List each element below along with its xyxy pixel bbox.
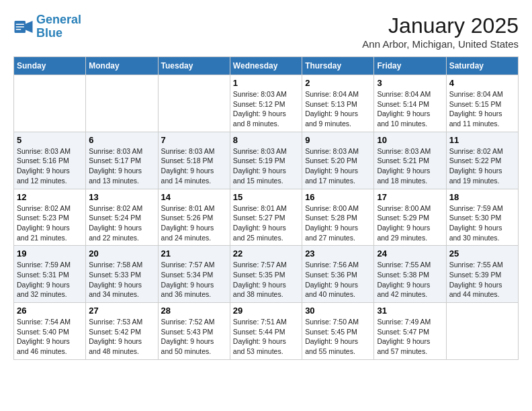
calendar-cell: 5Sunrise: 8:03 AM Sunset: 5:16 PM Daylig… — [14, 132, 86, 189]
day-info: Sunrise: 8:03 AM Sunset: 5:21 PM Dayligh… — [377, 146, 443, 186]
svg-rect-3 — [16, 26, 24, 28]
day-number: 22 — [233, 248, 299, 259]
title-area: January 2025 Ann Arbor, Michigan, United… — [362, 13, 519, 50]
calendar-cell: 8Sunrise: 8:03 AM Sunset: 5:19 PM Daylig… — [230, 132, 302, 189]
day-info: Sunrise: 7:52 AM Sunset: 5:43 PM Dayligh… — [161, 317, 227, 357]
calendar-cell — [86, 75, 158, 132]
day-info: Sunrise: 8:02 AM Sunset: 5:24 PM Dayligh… — [89, 203, 154, 243]
day-info: Sunrise: 8:03 AM Sunset: 5:18 PM Dayligh… — [161, 146, 227, 186]
day-number: 16 — [305, 192, 371, 202]
day-info: Sunrise: 8:03 AM Sunset: 5:12 PM Dayligh… — [233, 89, 299, 129]
day-number: 4 — [449, 78, 515, 88]
calendar-cell: 14Sunrise: 8:01 AM Sunset: 5:26 PM Dayli… — [158, 189, 230, 246]
day-number: 2 — [305, 78, 371, 88]
week-row-0: 1Sunrise: 8:03 AM Sunset: 5:12 PM Daylig… — [14, 75, 519, 132]
day-number: 25 — [449, 248, 515, 259]
day-number: 30 — [305, 306, 371, 316]
weekday-header-row: SundayMondayTuesdayWednesdayThursdayFrid… — [14, 57, 519, 75]
calendar-cell: 2Sunrise: 8:04 AM Sunset: 5:13 PM Daylig… — [302, 75, 374, 132]
calendar-cell: 21Sunrise: 7:57 AM Sunset: 5:34 PM Dayli… — [158, 246, 230, 303]
calendar-cell — [446, 303, 518, 360]
weekday-header-monday: Monday — [86, 57, 158, 75]
location: Ann Arbor, Michigan, United States — [362, 38, 519, 50]
calendar-cell: 12Sunrise: 8:02 AM Sunset: 5:23 PM Dayli… — [14, 189, 86, 246]
calendar-cell: 19Sunrise: 7:59 AM Sunset: 5:31 PM Dayli… — [14, 246, 86, 303]
day-info: Sunrise: 7:54 AM Sunset: 5:40 PM Dayligh… — [17, 317, 83, 357]
calendar-cell: 22Sunrise: 7:57 AM Sunset: 5:35 PM Dayli… — [230, 246, 302, 303]
day-info: Sunrise: 7:57 AM Sunset: 5:34 PM Dayligh… — [161, 260, 227, 300]
calendar-cell — [14, 75, 86, 132]
day-number: 19 — [17, 248, 83, 259]
week-row-4: 26Sunrise: 7:54 AM Sunset: 5:40 PM Dayli… — [14, 303, 519, 360]
day-info: Sunrise: 7:51 AM Sunset: 5:44 PM Dayligh… — [233, 317, 299, 357]
calendar-cell: 15Sunrise: 8:01 AM Sunset: 5:27 PM Dayli… — [230, 189, 302, 246]
day-info: Sunrise: 7:57 AM Sunset: 5:35 PM Dayligh… — [233, 260, 299, 300]
calendar-cell: 18Sunrise: 7:59 AM Sunset: 5:30 PM Dayli… — [446, 189, 518, 246]
calendar-table: SundayMondayTuesdayWednesdayThursdayFrid… — [13, 56, 519, 360]
calendar-cell: 1Sunrise: 8:03 AM Sunset: 5:12 PM Daylig… — [230, 75, 302, 132]
calendar-cell: 30Sunrise: 7:50 AM Sunset: 5:45 PM Dayli… — [302, 303, 374, 360]
svg-rect-4 — [16, 29, 21, 30]
weekday-header-thursday: Thursday — [302, 57, 374, 75]
day-info: Sunrise: 8:03 AM Sunset: 5:20 PM Dayligh… — [305, 146, 371, 186]
week-row-3: 19Sunrise: 7:59 AM Sunset: 5:31 PM Dayli… — [14, 246, 519, 303]
calendar-cell: 23Sunrise: 7:56 AM Sunset: 5:36 PM Dayli… — [302, 246, 374, 303]
day-number: 26 — [17, 306, 83, 316]
calendar-cell: 6Sunrise: 8:03 AM Sunset: 5:17 PM Daylig… — [86, 132, 158, 189]
calendar-cell: 7Sunrise: 8:03 AM Sunset: 5:18 PM Daylig… — [158, 132, 230, 189]
logo-icon — [13, 17, 34, 37]
calendar-cell: 4Sunrise: 8:04 AM Sunset: 5:15 PM Daylig… — [446, 75, 518, 132]
day-number: 13 — [89, 192, 154, 202]
calendar-cell: 25Sunrise: 7:55 AM Sunset: 5:39 PM Dayli… — [446, 246, 518, 303]
day-info: Sunrise: 8:01 AM Sunset: 5:27 PM Dayligh… — [233, 203, 299, 243]
day-info: Sunrise: 7:59 AM Sunset: 5:30 PM Dayligh… — [449, 203, 515, 243]
day-number: 27 — [89, 306, 154, 316]
weekday-header-wednesday: Wednesday — [230, 57, 302, 75]
day-info: Sunrise: 7:55 AM Sunset: 5:38 PM Dayligh… — [377, 260, 443, 300]
month-title: January 2025 — [362, 13, 519, 38]
day-number: 20 — [89, 248, 154, 259]
calendar-cell: 9Sunrise: 8:03 AM Sunset: 5:20 PM Daylig… — [302, 132, 374, 189]
day-number: 17 — [377, 192, 443, 202]
day-info: Sunrise: 8:03 AM Sunset: 5:16 PM Dayligh… — [17, 146, 83, 186]
day-info: Sunrise: 8:00 AM Sunset: 5:28 PM Dayligh… — [305, 203, 371, 243]
week-row-2: 12Sunrise: 8:02 AM Sunset: 5:23 PM Dayli… — [14, 189, 519, 246]
day-number: 12 — [17, 192, 83, 202]
weekday-header-sunday: Sunday — [14, 57, 86, 75]
day-info: Sunrise: 8:03 AM Sunset: 5:19 PM Dayligh… — [233, 146, 299, 186]
day-number: 24 — [377, 248, 443, 259]
day-number: 15 — [233, 192, 299, 202]
logo: General Blue — [13, 13, 81, 40]
day-info: Sunrise: 8:00 AM Sunset: 5:29 PM Dayligh… — [377, 203, 443, 243]
page-header: General Blue January 2025 Ann Arbor, Mic… — [13, 13, 519, 50]
day-info: Sunrise: 7:58 AM Sunset: 5:33 PM Dayligh… — [89, 260, 154, 300]
calendar-cell: 24Sunrise: 7:55 AM Sunset: 5:38 PM Dayli… — [374, 246, 446, 303]
day-info: Sunrise: 7:53 AM Sunset: 5:42 PM Dayligh… — [89, 317, 154, 357]
svg-rect-2 — [16, 24, 24, 25]
day-info: Sunrise: 7:55 AM Sunset: 5:39 PM Dayligh… — [449, 260, 515, 300]
day-info: Sunrise: 8:02 AM Sunset: 5:22 PM Dayligh… — [449, 146, 515, 186]
week-row-1: 5Sunrise: 8:03 AM Sunset: 5:16 PM Daylig… — [14, 132, 519, 189]
weekday-header-tuesday: Tuesday — [158, 57, 230, 75]
calendar-cell: 20Sunrise: 7:58 AM Sunset: 5:33 PM Dayli… — [86, 246, 158, 303]
day-number: 1 — [233, 78, 299, 88]
day-number: 21 — [161, 248, 227, 259]
svg-marker-1 — [26, 21, 33, 33]
day-info: Sunrise: 8:04 AM Sunset: 5:15 PM Dayligh… — [449, 89, 515, 129]
calendar-cell: 28Sunrise: 7:52 AM Sunset: 5:43 PM Dayli… — [158, 303, 230, 360]
day-number: 29 — [233, 306, 299, 316]
calendar-cell: 13Sunrise: 8:02 AM Sunset: 5:24 PM Dayli… — [86, 189, 158, 246]
calendar-cell: 10Sunrise: 8:03 AM Sunset: 5:21 PM Dayli… — [374, 132, 446, 189]
calendar-cell: 17Sunrise: 8:00 AM Sunset: 5:29 PM Dayli… — [374, 189, 446, 246]
day-number: 7 — [161, 135, 227, 145]
day-number: 6 — [89, 135, 154, 145]
day-number: 18 — [449, 192, 515, 202]
day-number: 9 — [305, 135, 371, 145]
day-info: Sunrise: 8:03 AM Sunset: 5:17 PM Dayligh… — [89, 146, 154, 186]
day-number: 3 — [377, 78, 443, 88]
day-number: 23 — [305, 248, 371, 259]
calendar-cell: 11Sunrise: 8:02 AM Sunset: 5:22 PM Dayli… — [446, 132, 518, 189]
weekday-header-friday: Friday — [374, 57, 446, 75]
calendar-cell — [158, 75, 230, 132]
day-number: 8 — [233, 135, 299, 145]
